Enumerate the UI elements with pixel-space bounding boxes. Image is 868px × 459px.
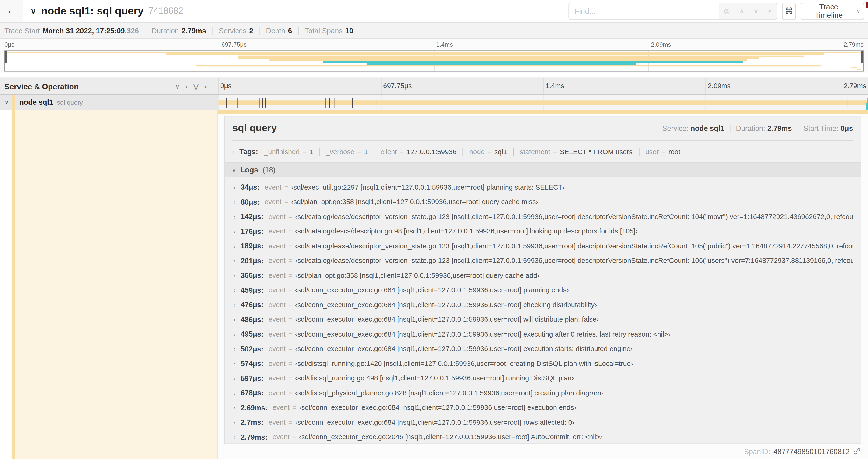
chevron-down-icon[interactable]: ∨ (31, 7, 36, 15)
log-field-value: ‹sql/catalog/lease/descriptor_version_st… (295, 213, 853, 220)
log-row[interactable]: › 2.7ms: event = ‹sql/conn_executor_exec… (232, 415, 853, 430)
detail-right-column: sql query Service: node sql1 Duration: 2… (218, 110, 868, 459)
chevron-right-icon: › (232, 375, 241, 382)
log-tick (334, 98, 334, 108)
span-detail-region: sql query Service: node sql1 Duration: 2… (0, 110, 868, 459)
detail-operation-name: sql query (232, 123, 277, 134)
log-row[interactable]: › 476μs: event = ‹sql/conn_executor_exec… (232, 297, 853, 312)
log-timestamp: 176μs: (241, 227, 264, 236)
log-equals: = (288, 301, 292, 308)
tag-item[interactable]: node = sql1 (463, 147, 513, 155)
tag-key: user (645, 147, 659, 155)
log-row[interactable]: › 2.79ms: event = ‹sql/conn_executor_exe… (232, 430, 853, 444)
trace-minimap: 0μs 697.75μs 1.4ms 2.09ms 2.79ms (0, 39, 868, 72)
tag-item[interactable]: client = 127.0.0.1:59936 (374, 147, 463, 155)
logs-header[interactable]: ∨ Logs (18) (225, 162, 861, 177)
prev-result-icon[interactable]: ∧ (739, 7, 744, 15)
log-row[interactable]: › 201μs: event = ‹sql/catalog/lease/desc… (232, 253, 853, 268)
log-equals: = (288, 374, 292, 382)
detail-row-tint (15, 110, 217, 459)
chevron-right-icon: › (232, 214, 241, 220)
clear-search-icon[interactable]: × (768, 7, 772, 15)
next-result-icon[interactable]: ∨ (754, 7, 758, 15)
detail-expanded-accent[interactable] (218, 110, 868, 113)
log-field-value: ‹sql/conn_executor_exec.go:2046 [nsql1,c… (299, 433, 602, 441)
viewport-handle-left[interactable] (5, 51, 7, 63)
log-timestamp: 476μs: (241, 301, 264, 309)
minimap-canvas[interactable] (4, 51, 864, 71)
minimap-span-row (5, 59, 863, 61)
scrollbar-marker-red (866, 2, 868, 8)
log-row[interactable]: › 189μs: event = ‹sql/catalog/lease/desc… (232, 239, 853, 253)
span-detail-card: sql query Service: node sql1 Duration: 2… (224, 116, 861, 444)
ruler-tick-label: 2.09ms (708, 82, 731, 90)
log-timestamp: 2.7ms: (241, 418, 264, 427)
minimap-span-row (5, 55, 863, 57)
log-row[interactable]: › 366μs: event = ‹sql/plan_opt.go:358 [n… (232, 268, 853, 283)
trace-timeline-select[interactable]: Trace Timeline ∨ (801, 3, 864, 20)
log-row[interactable]: › 80μs: event = ‹sql/plan_opt.go:358 [ns… (232, 195, 853, 209)
tag-item[interactable]: _verbose = 1 (319, 147, 374, 155)
match-target-icon[interactable]: ◎ (724, 7, 730, 15)
log-timestamp: 189μs: (241, 242, 264, 250)
row-collapse-icon[interactable]: ∨ (4, 99, 9, 106)
span-operation-name: sql query (57, 99, 83, 106)
log-timestamp: 597μs: (241, 374, 264, 383)
log-field-value: ‹sql/plan_opt.go:358 [nsql1,client=127.0… (291, 198, 538, 206)
log-tick (262, 98, 263, 108)
chevron-right-icon: › (232, 434, 241, 440)
chevron-right-icon: › (232, 258, 241, 264)
log-row[interactable]: › 486μs: event = ‹sql/conn_executor_exec… (232, 312, 853, 327)
find-input[interactable] (569, 3, 719, 19)
span-name-cell[interactable]: ∨ node sql1 sql query (0, 95, 218, 110)
tag-item[interactable]: user = root (639, 147, 686, 155)
chevron-right-icon: › (232, 287, 241, 293)
log-row[interactable]: › 597μs: event = ‹sql/distsql_running.go… (232, 371, 853, 386)
log-row[interactable]: › 142μs: event = ‹sql/catalog/lease/desc… (232, 209, 853, 224)
log-equals: = (292, 404, 296, 412)
column-resizer[interactable] (214, 87, 217, 93)
tags-row[interactable]: › Tags: _unfinished = 1 _verbose = 1 cli… (232, 142, 853, 161)
log-row[interactable]: › 495μs: event = ‹sql/conn_executor_exec… (232, 327, 853, 341)
keyboard-shortcuts-button[interactable]: ⌘ (782, 3, 796, 20)
log-equals: = (288, 418, 292, 426)
tag-item[interactable]: statement = SELECT * FROM users (513, 147, 639, 155)
log-tick (251, 98, 252, 108)
span-log-ticks (219, 95, 868, 110)
expand-one-icon[interactable]: › (186, 82, 188, 90)
tag-key: _unfinished (264, 147, 300, 155)
log-row[interactable]: › 459μs: event = ‹sql/conn_executor_exec… (232, 283, 853, 297)
log-row[interactable]: › 502μs: event = ‹sql/conn_executor_exec… (232, 341, 853, 356)
log-row[interactable]: › 678μs: event = ‹sql/distsql_physical_p… (232, 386, 853, 400)
log-row[interactable]: › 2.69ms: event = ‹sql/conn_executor_exe… (232, 400, 853, 415)
log-timestamp: 2.69ms: (241, 403, 268, 412)
collapse-one-icon[interactable]: ∨ (175, 82, 180, 90)
log-field-value: ‹sql/conn_executor_exec.go:684 [nsql1,cl… (295, 301, 597, 308)
start-time-value: 0μs (841, 124, 853, 132)
log-row[interactable]: › 176μs: event = ‹sql/catalog/descs/desc… (232, 224, 853, 239)
span-row[interactable]: ∨ node sql1 sql query (0, 95, 868, 110)
minimap-span-row (5, 69, 863, 70)
minimap-span-row (5, 54, 863, 55)
chevron-right-icon: › (232, 404, 241, 411)
chevron-right-icon: › (232, 316, 241, 323)
back-button[interactable]: ← (0, 0, 23, 22)
chevron-right-icon: › (232, 390, 241, 396)
log-tick (325, 98, 326, 108)
chevron-right-icon: › (232, 199, 241, 205)
log-field-key: event (269, 242, 286, 250)
span-bar-cell[interactable] (218, 95, 868, 110)
command-icon: ⌘ (785, 6, 793, 16)
minimap-span-bar (239, 57, 759, 59)
divider (232, 140, 853, 140)
log-row[interactable]: › 574μs: event = ‹sql/distsql_running.go… (232, 356, 853, 371)
collapse-all-icon[interactable]: ⋁ (193, 82, 198, 90)
expand-all-icon[interactable]: » (204, 82, 208, 90)
chevron-down-icon: ∨ (857, 8, 860, 14)
log-timestamp: 34μs: (241, 183, 260, 192)
log-row[interactable]: › 34μs: event = ‹sql/exec_util.go:2297 [… (232, 180, 853, 195)
deep-link-icon[interactable] (853, 447, 861, 455)
log-field-key: event (269, 345, 286, 353)
tag-item[interactable]: _unfinished = 1 (260, 147, 319, 155)
viewport-handle-right[interactable] (861, 51, 863, 63)
